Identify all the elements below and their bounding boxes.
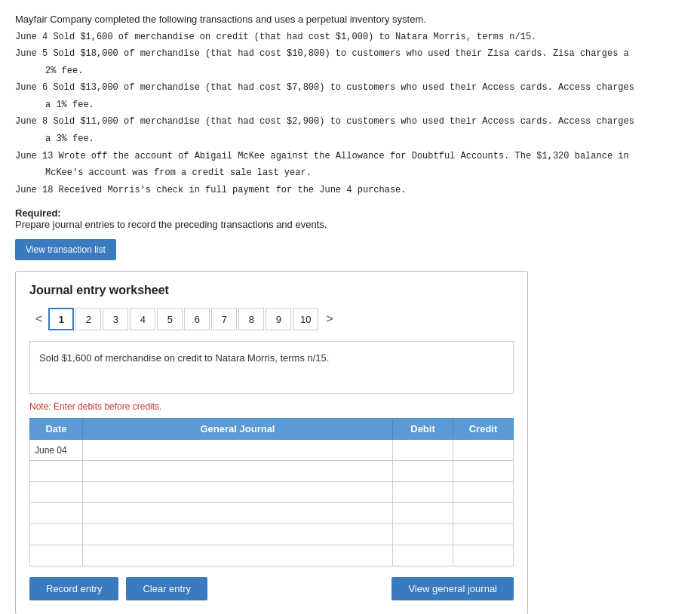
row6-journal-input[interactable] xyxy=(83,545,392,566)
transaction-list: June 4 Sold $1,600 of merchandise on cre… xyxy=(15,30,685,198)
row5-credit-input[interactable] xyxy=(453,524,513,545)
row2-credit[interactable] xyxy=(453,461,514,482)
row3-date xyxy=(30,482,83,503)
tab-2[interactable]: 2 xyxy=(75,308,101,330)
tab-8[interactable]: 8 xyxy=(238,308,264,330)
view-transaction-button[interactable]: View transaction list xyxy=(15,239,116,260)
row3-credit[interactable] xyxy=(453,482,514,503)
required-label: Required: xyxy=(15,207,61,219)
row3-journal-input[interactable] xyxy=(83,482,392,502)
row1-debit-input[interactable] xyxy=(393,440,453,460)
tab-10[interactable]: 10 xyxy=(293,308,318,330)
transaction-description: Sold $1,600 of merchandise on credit to … xyxy=(29,341,514,394)
next-tab-button[interactable]: > xyxy=(320,309,339,329)
tab-4[interactable]: 4 xyxy=(130,308,155,330)
transaction-line-6: June 18 Received Morris's check in full … xyxy=(15,183,685,198)
row2-credit-input[interactable] xyxy=(453,461,513,481)
row5-credit[interactable] xyxy=(453,524,514,545)
row5-journal[interactable] xyxy=(83,524,393,545)
row3-credit-input[interactable] xyxy=(453,482,513,502)
row2-date xyxy=(30,461,83,482)
clear-entry-button[interactable]: Clear entry xyxy=(126,577,207,600)
required-section: Required: Prepare journal entries to rec… xyxy=(15,207,685,230)
tab-3[interactable]: 3 xyxy=(103,308,128,330)
tab-9[interactable]: 9 xyxy=(266,308,291,330)
transaction-line-5b: McKee's account was from a credit sale l… xyxy=(15,166,685,180)
table-row xyxy=(30,461,514,482)
row2-journal-input[interactable] xyxy=(83,461,392,481)
row1-journal[interactable] xyxy=(83,440,393,461)
required-text: Prepare journal entries to record the pr… xyxy=(15,219,327,230)
row1-debit[interactable] xyxy=(393,440,453,461)
worksheet-title: Journal entry worksheet xyxy=(29,284,514,297)
table-row xyxy=(30,503,514,524)
transaction-line-5: June 13 Wrote off the account of Abigail… xyxy=(15,149,685,164)
row4-debit-input[interactable] xyxy=(393,503,453,523)
tab-7[interactable]: 7 xyxy=(211,308,237,330)
tab-6[interactable]: 6 xyxy=(184,308,210,330)
row3-journal[interactable] xyxy=(83,482,393,503)
row6-journal[interactable] xyxy=(83,545,393,566)
journal-table: Date General Journal Debit Credit June 0… xyxy=(29,418,514,566)
row5-debit[interactable] xyxy=(393,524,453,545)
row1-credit[interactable] xyxy=(453,440,514,461)
row6-debit[interactable] xyxy=(393,545,453,566)
row3-debit[interactable] xyxy=(393,482,453,503)
table-row: June 04 xyxy=(30,440,514,461)
transaction-line-2: June 5 Sold $18,000 of merchandise (that… xyxy=(15,47,685,61)
row5-debit-input[interactable] xyxy=(393,524,453,545)
row5-date xyxy=(30,524,83,545)
transaction-line-4: June 8 Sold $11,000 of merchandise (that… xyxy=(15,115,685,129)
record-entry-button[interactable]: Record entry xyxy=(29,577,118,600)
prev-tab-button[interactable]: < xyxy=(29,309,48,329)
row6-credit-input[interactable] xyxy=(453,545,513,566)
col-header-credit: Credit xyxy=(453,419,514,440)
row4-journal[interactable] xyxy=(83,503,393,524)
row2-journal[interactable] xyxy=(83,461,393,482)
view-general-journal-button[interactable]: View general journal xyxy=(391,577,514,600)
col-header-debit: Debit xyxy=(393,419,453,440)
table-row xyxy=(30,545,514,566)
row6-credit[interactable] xyxy=(453,545,514,566)
intro-section: Mayfair Company completed the following … xyxy=(15,12,685,197)
entry-note: Note: Enter debits before credits. xyxy=(29,401,514,412)
tab-5[interactable]: 5 xyxy=(157,308,183,330)
row1-credit-input[interactable] xyxy=(453,440,513,460)
col-header-date: Date xyxy=(30,419,83,440)
transaction-line-3b: a 1% fee. xyxy=(15,98,685,112)
transaction-line-4b: a 3% fee. xyxy=(15,132,685,146)
row3-debit-input[interactable] xyxy=(393,482,453,502)
tab-navigation: < 1 2 3 4 5 6 7 8 9 10 > xyxy=(29,308,514,330)
row5-journal-input[interactable] xyxy=(83,524,392,545)
row2-debit[interactable] xyxy=(393,461,453,482)
row4-debit[interactable] xyxy=(393,503,453,524)
row4-journal-input[interactable] xyxy=(83,503,392,523)
row4-credit[interactable] xyxy=(453,503,514,524)
row4-credit-input[interactable] xyxy=(453,503,513,523)
worksheet-container: Journal entry worksheet < 1 2 3 4 5 6 7 … xyxy=(15,271,528,614)
tab-1[interactable]: 1 xyxy=(48,308,74,330)
intro-opening: Mayfair Company completed the following … xyxy=(15,12,685,27)
transaction-line-2b: 2% fee. xyxy=(15,64,685,78)
table-row xyxy=(30,524,514,545)
row4-date xyxy=(30,503,83,524)
action-buttons: Record entry Clear entry View general jo… xyxy=(29,577,514,600)
row1-journal-input[interactable] xyxy=(83,440,392,460)
row6-date xyxy=(30,545,83,566)
row6-debit-input[interactable] xyxy=(393,545,453,566)
row1-date: June 04 xyxy=(30,440,83,461)
transaction-line-1: June 4 Sold $1,600 of merchandise on cre… xyxy=(15,30,685,45)
transaction-line-3: June 6 Sold $13,000 of merchandise (that… xyxy=(15,81,685,95)
table-row xyxy=(30,482,514,503)
col-header-journal: General Journal xyxy=(83,419,393,440)
row2-debit-input[interactable] xyxy=(393,461,453,481)
